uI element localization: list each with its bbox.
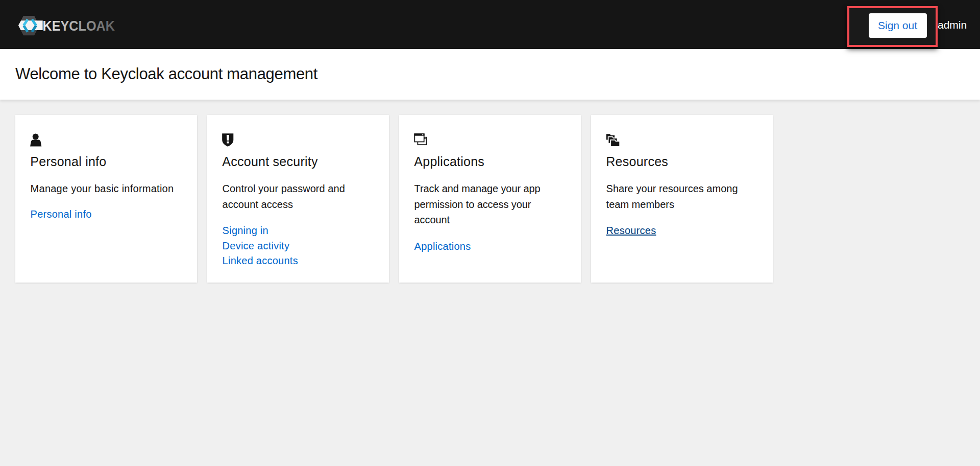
svg-text:KEYCLOAK: KEYCLOAK [43, 18, 115, 34]
